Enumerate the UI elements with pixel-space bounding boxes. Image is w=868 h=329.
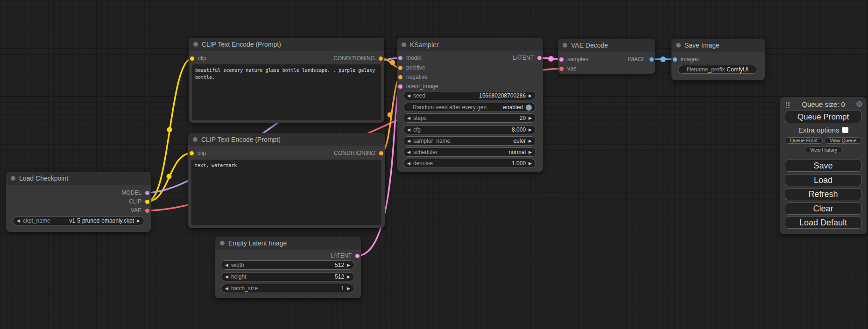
node-title-bar[interactable]: Load Checkpoint	[6, 172, 151, 185]
output-slot-conditioning[interactable]: CONDITIONING	[333, 55, 383, 62]
collapse-dot-icon[interactable]	[676, 43, 681, 48]
output-slot-clip[interactable]: CLIP	[129, 198, 149, 205]
increment-arrow-icon[interactable]: ▶	[347, 275, 350, 279]
node-empty-latent-image[interactable]: Empty Latent Image LATENT ◀ width 512 ▶ …	[215, 237, 361, 298]
gear-icon[interactable]: ⚙	[856, 99, 863, 109]
input-slot-latent-image[interactable]: latent_image	[398, 83, 438, 90]
node-load-checkpoint[interactable]: Load Checkpoint MODEL CLIP VAE ◀ ckpt_na…	[6, 172, 151, 232]
node-title-bar[interactable]: CLIP Text Encode (Prompt)	[189, 38, 384, 51]
increment-arrow-icon[interactable]: ▶	[529, 161, 532, 166]
width-widget[interactable]: ◀ width 512 ▶	[221, 260, 354, 270]
input-slot-vae[interactable]: vae	[559, 65, 576, 72]
decrement-arrow-icon[interactable]: ◀	[225, 275, 228, 279]
collapse-dot-icon[interactable]	[193, 137, 198, 142]
increment-arrow-icon[interactable]: ▶	[347, 263, 350, 267]
node-ksampler[interactable]: KSampler model positive negative latent_…	[397, 38, 543, 172]
load-button[interactable]: Load	[785, 174, 861, 186]
node-clip-text-encode-positive[interactable]: CLIP Text Encode (Prompt) clip CONDITION…	[189, 38, 384, 123]
decrement-arrow-icon[interactable]: ◀	[225, 287, 228, 291]
node-title-bar[interactable]: VAE Decode	[558, 39, 655, 52]
clip-input-dot-icon[interactable]	[190, 151, 194, 155]
latent-output-dot-icon[interactable]	[537, 56, 542, 60]
scheduler-widget[interactable]: ◀ scheduler normal ▶	[403, 147, 536, 157]
decrement-arrow-icon[interactable]: ◀	[407, 116, 410, 120]
save-button[interactable]: Save	[785, 160, 861, 172]
input-slot-positive[interactable]: positive	[398, 64, 425, 71]
node-title-bar[interactable]: Empty Latent Image	[215, 237, 361, 250]
sampler-name-widget[interactable]: ◀ sampler_name euler ▶	[403, 136, 536, 146]
node-vae-decode[interactable]: VAE Decode samples vae IMAGE	[558, 39, 655, 74]
negative-prompt-textarea[interactable]: text, watermark	[191, 160, 381, 225]
collapse-dot-icon[interactable]	[193, 42, 198, 47]
increment-arrow-icon[interactable]: ▶	[529, 94, 532, 98]
increment-arrow-icon[interactable]: ▶	[529, 150, 532, 154]
node-title-bar[interactable]: CLIP Text Encode (Prompt)	[188, 133, 385, 146]
node-title-bar[interactable]: Save Image	[671, 39, 765, 52]
increment-arrow-icon[interactable]: ▶	[529, 139, 532, 143]
conditioning-output-dot-icon[interactable]	[379, 151, 383, 155]
queue-prompt-button[interactable]: Queue Prompt	[785, 111, 861, 123]
model-output-dot-icon[interactable]	[145, 191, 149, 195]
view-queue-button[interactable]: View Queue	[825, 137, 861, 144]
increment-arrow-icon[interactable]: ▶	[137, 219, 140, 223]
input-slot-images[interactable]: images	[673, 56, 699, 63]
negative-input-dot-icon[interactable]	[398, 75, 402, 79]
collapse-dot-icon[interactable]	[563, 43, 567, 48]
collapse-dot-icon[interactable]	[402, 42, 406, 47]
output-slot-latent[interactable]: LATENT	[513, 54, 542, 62]
batch-size-widget[interactable]: ◀ batch_size 1 ▶	[221, 284, 354, 293]
output-slot-model[interactable]: MODEL	[121, 189, 149, 196]
input-slot-clip[interactable]: clip	[190, 149, 206, 157]
decrement-arrow-icon[interactable]: ◀	[407, 139, 410, 143]
clip-output-dot-icon[interactable]	[145, 200, 149, 204]
vae-output-dot-icon[interactable]	[145, 209, 149, 213]
clip-input-dot-icon[interactable]	[190, 56, 194, 61]
output-slot-image[interactable]: IMAGE	[628, 56, 654, 63]
ckpt-name-widget[interactable]: ◀ ckpt_name v1-5-pruned-emaonly.ckpt ▶	[13, 216, 144, 225]
clear-button[interactable]: Clear	[785, 203, 861, 215]
positive-prompt-textarea[interactable]: beautiful scenery nature glass bottle la…	[192, 64, 381, 120]
cfg-widget[interactable]: ◀ cfg 8.000 ▶	[403, 125, 536, 134]
decrement-arrow-icon[interactable]: ◀	[407, 128, 410, 132]
vae-input-dot-icon[interactable]	[559, 67, 564, 71]
view-history-button[interactable]: View History	[804, 147, 843, 153]
random-seed-widget[interactable]: Random seed after every gen enabled	[403, 103, 536, 112]
output-slot-conditioning[interactable]: CONDITIONING	[334, 149, 383, 157]
increment-arrow-icon[interactable]: ▶	[529, 128, 532, 132]
graph-canvas[interactable]: { "icons": { "gear": "⚙", "decrement": "…	[0, 0, 868, 329]
node-save-image[interactable]: Save Image images filename_prefix ComfyU…	[671, 39, 765, 80]
node-clip-text-encode-negative[interactable]: CLIP Text Encode (Prompt) clip CONDITION…	[188, 133, 385, 228]
decrement-arrow-icon[interactable]: ◀	[225, 263, 228, 267]
output-slot-latent[interactable]: LATENT	[331, 252, 360, 259]
seed-widget[interactable]: ◀ seed 156680208700286 ▶	[403, 91, 536, 100]
latent-input-dot-icon[interactable]	[398, 84, 402, 89]
image-output-dot-icon[interactable]	[649, 57, 654, 62]
output-slot-vae[interactable]: VAE	[131, 207, 149, 214]
input-slot-samples[interactable]: samples	[559, 56, 588, 63]
queue-front-button[interactable]: Queue Front	[785, 137, 823, 144]
denoise-widget[interactable]: ◀ denoise 1.000 ▶	[403, 159, 536, 168]
input-slot-clip[interactable]: clip	[190, 55, 206, 62]
conditioning-output-dot-icon[interactable]	[379, 56, 383, 61]
collapse-dot-icon[interactable]	[220, 241, 225, 245]
input-slot-model[interactable]: model	[398, 54, 422, 62]
input-slot-negative[interactable]: negative	[398, 73, 427, 81]
increment-arrow-icon[interactable]: ▶	[529, 116, 532, 120]
seed-toggle-icon[interactable]	[526, 105, 532, 111]
increment-arrow-icon[interactable]: ▶	[347, 287, 350, 291]
decrement-arrow-icon[interactable]: ◀	[407, 150, 410, 154]
height-widget[interactable]: ◀ height 512 ▶	[221, 272, 354, 281]
extra-options-checkbox[interactable]	[842, 127, 848, 133]
positive-input-dot-icon[interactable]	[398, 66, 402, 70]
load-default-button[interactable]: Load Default	[785, 217, 861, 229]
latent-output-dot-icon[interactable]	[355, 254, 360, 258]
model-input-dot-icon[interactable]	[398, 56, 402, 60]
decrement-arrow-icon[interactable]: ◀	[17, 219, 20, 223]
collapse-dot-icon[interactable]	[11, 176, 15, 181]
refresh-button[interactable]: Refresh	[785, 188, 861, 200]
decrement-arrow-icon[interactable]: ◀	[407, 94, 410, 98]
filename-prefix-widget[interactable]: filename_prefix ComfyUI	[678, 65, 757, 74]
node-title-bar[interactable]: KSampler	[397, 38, 543, 51]
decrement-arrow-icon[interactable]: ◀	[407, 161, 410, 166]
samples-input-dot-icon[interactable]	[559, 57, 564, 62]
